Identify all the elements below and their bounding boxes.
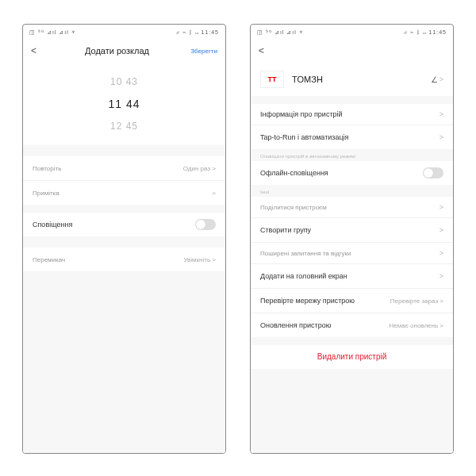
offline-toggle[interactable]	[423, 167, 443, 178]
upd-value: Немає оновлень >	[390, 322, 443, 329]
page-title: Додати розклад	[44, 46, 190, 56]
switch-label: Перемикач	[33, 256, 65, 263]
device-header-row[interactable]: TT TOMЗН ∠ >	[251, 63, 453, 96]
delete-device-button[interactable]: Видалити пристрій	[251, 345, 453, 369]
note-chevron: >	[212, 190, 216, 197]
repeat-label: Повторіть	[33, 165, 61, 172]
picker-selected: 11 44	[23, 93, 225, 115]
device-logo: TT	[260, 71, 284, 88]
home-label: Додати на головний екран	[260, 272, 347, 280]
note-label: Примітка	[33, 190, 60, 197]
chevron-icon: >	[440, 226, 443, 234]
back-button[interactable]: <	[31, 45, 44, 56]
time-picker[interactable]: 10 43 11 44 12 45	[23, 63, 225, 145]
device-name: TOMЗН	[292, 75, 423, 84]
back-button[interactable]: <	[259, 45, 271, 56]
row-create-group[interactable]: Створити групу >	[251, 217, 453, 242]
row-offline-notify[interactable]: Офлайн-сповіщення	[251, 161, 453, 185]
chevron-icon: >	[440, 272, 443, 280]
share-label: Поділитися пристроєм	[260, 204, 327, 211]
header: < Додати розклад Зберегти	[23, 39, 225, 63]
content: 10 43 11 44 12 45 Повторіть Один раз > П…	[23, 63, 225, 453]
chevron-icon: >	[440, 133, 443, 141]
net-label: Перевірте мережу пристрою	[260, 297, 355, 305]
status-bar: ◫ ⁵ᴳ ⊿ıl ⊿ıl ᯤ ⌀ ⌁ ᛒ ▭ 11:45	[251, 25, 453, 39]
picker-prev: 10 43	[23, 71, 225, 93]
row-note[interactable]: Примітка >	[23, 180, 225, 205]
chevron-icon: >	[440, 249, 443, 257]
row-notify[interactable]: Сповіщення	[23, 213, 225, 236]
save-button[interactable]: Зберегти	[190, 48, 217, 55]
section-note-offline: Оповіщати пристрій в автономному режимі	[251, 149, 453, 161]
net-value: Перевірте зараз >	[390, 298, 443, 305]
upd-label: Оновлення пристрою	[260, 321, 331, 329]
chevron-icon: >	[440, 203, 443, 211]
row-add-home[interactable]: Додати на головний екран >	[251, 263, 453, 288]
status-right: ⌀ ⌁ ᛒ ▭ 11:45	[176, 29, 219, 36]
header: <	[251, 39, 453, 63]
edit-icon[interactable]: ∠ >	[431, 75, 443, 84]
status-left: ◫ ⁵ᴳ ⊿ıl ⊿ıl ᯤ	[257, 29, 305, 36]
row-repeat[interactable]: Повторіть Один раз >	[23, 156, 225, 180]
device-info-label: Інформація про пристрій	[260, 110, 343, 118]
chevron-icon: >	[440, 110, 443, 118]
status-left: ◫ ⁵ᴳ ⊿ıl ⊿ıl ᯤ	[29, 29, 78, 36]
status-bar: ◫ ⁵ᴳ ⊿ıl ⊿ıl ᯤ ⌀ ⌁ ᛒ ▭ 11:45	[23, 25, 225, 39]
row-device-info[interactable]: Інформація про пристрій >	[251, 104, 453, 125]
row-check-network[interactable]: Перевірте мережу пристрою Перевірте зара…	[251, 288, 453, 313]
group-label: Створити групу	[260, 226, 311, 234]
row-faq[interactable]: Поширені запитання та відгуки >	[251, 242, 453, 263]
faq-label: Поширені запитання та відгуки	[260, 250, 351, 257]
status-right: ⌀ ⌁ ᛒ ▭ 11:45	[404, 29, 447, 36]
switch-value: Увімкніть >	[183, 256, 216, 263]
row-tap-to-run[interactable]: Tap-to-Run і автоматизація >	[251, 125, 453, 149]
row-device-update[interactable]: Оновлення пристрою Немає оновлень >	[251, 313, 453, 337]
notify-toggle[interactable]	[195, 219, 216, 230]
phone-device-settings: ◫ ⁵ᴳ ⊿ıl ⊿ıl ᯤ ⌀ ⌁ ᛒ ▭ 11:45 < TT TOMЗН …	[250, 24, 454, 454]
row-switch[interactable]: Перемикач Увімкніть >	[23, 248, 225, 271]
tap-label: Tap-to-Run і автоматизація	[260, 133, 348, 141]
content: TT TOMЗН ∠ > Інформація про пристрій > T…	[251, 63, 453, 453]
offline-label: Офлайн-сповіщення	[260, 169, 328, 177]
picker-next: 12 45	[23, 115, 225, 137]
section-note-other: Інші	[251, 185, 453, 197]
row-share[interactable]: Поділитися пристроєм >	[251, 197, 453, 217]
notify-label: Сповіщення	[33, 221, 72, 228]
repeat-value: Один раз >	[183, 165, 216, 172]
phone-add-schedule: ◫ ⁵ᴳ ⊿ıl ⊿ıl ᯤ ⌀ ⌁ ᛒ ▭ 11:45 < Додати ро…	[22, 24, 226, 454]
